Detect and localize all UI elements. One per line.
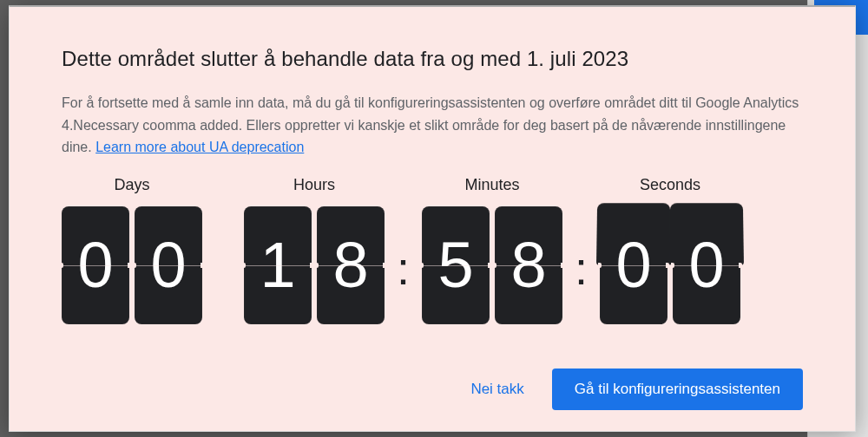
days-digit-1: 0 (62, 206, 129, 324)
dismiss-button[interactable]: Nei takk (467, 372, 527, 407)
countdown-timer: Days 0 0 Hours 1 8 : Minutes 5 8 : Secon… (62, 176, 803, 327)
minutes-label: Minutes (465, 176, 520, 194)
seconds-label: Seconds (640, 176, 700, 194)
hours-digit-2: 8 (317, 206, 385, 324)
modal-title: Dette området slutter å behandle data fr… (62, 47, 803, 71)
countdown-minutes: Minutes 5 8 (422, 176, 562, 324)
countdown-seconds: Seconds 0 0 (600, 176, 740, 324)
seconds-digit-1: 0 (600, 206, 667, 324)
seconds-digit-2: 0 (673, 206, 740, 324)
colon-separator: : (385, 209, 422, 327)
colon-separator: : (562, 209, 600, 327)
minutes-digit-1: 5 (422, 206, 490, 324)
modal-body: For å fortsette med å samle inn data, må… (62, 92, 803, 159)
hours-label: Hours (293, 176, 335, 194)
hours-digit-1: 1 (244, 206, 312, 324)
countdown-hours: Hours 1 8 (244, 176, 385, 324)
go-to-setup-assistant-button[interactable]: Gå til konfigureringsassistenten (552, 369, 803, 410)
countdown-days: Days 0 0 (62, 176, 202, 324)
days-digit-2: 0 (135, 206, 202, 324)
modal-actions: Nei takk Gå til konfigureringsassistente… (62, 351, 803, 410)
minutes-digit-2: 8 (495, 206, 562, 324)
learn-more-link[interactable]: Learn more about UA deprecation (95, 140, 304, 154)
deprecation-modal: Dette området slutter å behandle data fr… (9, 5, 856, 432)
days-label: Days (114, 176, 149, 194)
